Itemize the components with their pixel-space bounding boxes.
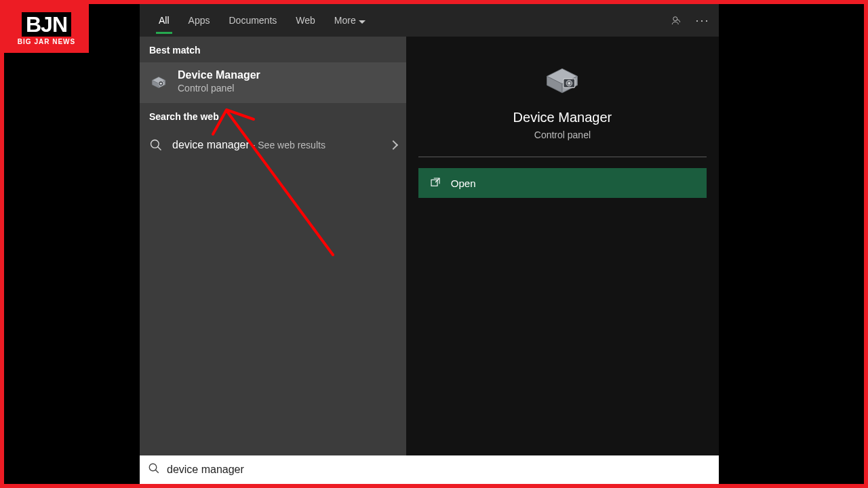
open-icon xyxy=(429,176,441,190)
best-match-subtitle: Control panel xyxy=(178,83,260,94)
open-label: Open xyxy=(451,178,476,189)
svg-line-17 xyxy=(155,470,159,473)
web-search-term: device manager xyxy=(172,139,250,150)
results-column: Best match Device Ma xyxy=(140,37,406,484)
web-search-result[interactable]: device manager - See web results xyxy=(140,129,406,161)
best-match-result[interactable]: Device Manager Control panel xyxy=(140,62,406,103)
preview-column: Device Manager Control panel Open xyxy=(406,37,719,484)
preview-divider xyxy=(418,157,707,157)
svg-point-0 xyxy=(673,17,677,21)
search-tabs: All Apps Documents Web More ··· xyxy=(140,4,719,37)
more-options-icon[interactable]: ··· xyxy=(696,14,709,27)
search-bar-icon xyxy=(148,462,160,477)
outer-red-frame: BJN BIG JAR NEWS All Apps Documents Web … xyxy=(0,0,868,488)
svg-point-16 xyxy=(149,464,157,471)
search-panel: All Apps Documents Web More ··· xyxy=(140,4,719,484)
tab-web[interactable]: Web xyxy=(286,4,325,37)
web-search-hint: - See web results xyxy=(250,140,326,150)
device-manager-icon xyxy=(149,72,168,91)
chevron-down-icon xyxy=(359,4,366,37)
black-background: BJN BIG JAR NEWS All Apps Documents Web … xyxy=(4,4,864,484)
preview-title: Device Manager xyxy=(513,110,612,125)
feedback-icon[interactable] xyxy=(670,14,684,27)
svg-line-7 xyxy=(158,147,161,150)
tab-apps[interactable]: Apps xyxy=(179,4,220,37)
bjn-logo-text: BJN xyxy=(22,12,71,37)
chevron-right-icon xyxy=(390,139,397,151)
bjn-logo-subtext: BIG JAR NEWS xyxy=(18,38,75,45)
search-split: Best match Device Ma xyxy=(140,37,719,484)
best-match-label: Best match xyxy=(140,37,406,62)
search-bar[interactable] xyxy=(140,455,719,484)
preview-header: Device Manager Control panel xyxy=(406,37,719,157)
bjn-logo: BJN BIG JAR NEWS xyxy=(4,4,89,53)
search-input[interactable] xyxy=(167,464,711,476)
search-web-label: Search the web xyxy=(140,103,406,129)
tab-more-label: More xyxy=(334,4,356,37)
best-match-title: Device Manager xyxy=(178,69,260,81)
preview-subtitle: Control panel xyxy=(534,129,591,140)
search-icon xyxy=(149,138,163,152)
best-match-text: Device Manager Control panel xyxy=(178,69,260,94)
open-action[interactable]: Open xyxy=(418,168,707,198)
tab-all[interactable]: All xyxy=(149,4,179,37)
tab-documents[interactable]: Documents xyxy=(219,4,286,37)
tab-more[interactable]: More xyxy=(325,4,375,37)
svg-point-6 xyxy=(151,140,159,148)
device-manager-large-icon xyxy=(542,61,583,98)
svg-point-5 xyxy=(160,83,162,85)
svg-point-13 xyxy=(568,82,571,85)
